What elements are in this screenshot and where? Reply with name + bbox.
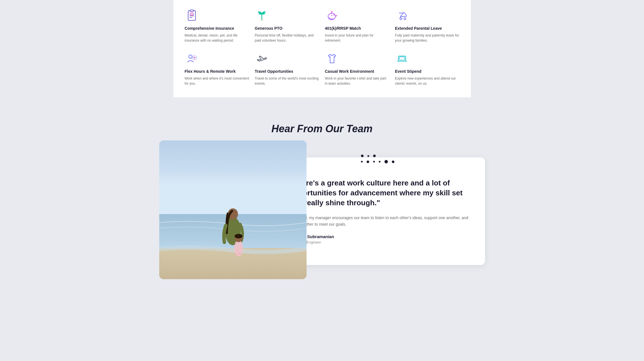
benefit-desc-event: Explore new experiences and attend our c… <box>395 76 460 86</box>
dot <box>384 160 388 163</box>
benefit-title-casual: Casual Work Environment <box>325 69 390 74</box>
benefit-icon-clipboard <box>185 8 199 23</box>
testimonial-role: Lead Test Engineer <box>290 240 469 244</box>
dots-pattern <box>361 155 394 163</box>
benefit-title-flex: Flex Hours & Remote Work <box>185 69 249 74</box>
benefit-title-insurance: Comprehensive Insurance <box>185 26 249 31</box>
testimonial-wrapper: "There's a great work culture here and a… <box>159 140 485 279</box>
benefit-desc-flex: Work when and where it's most convenient… <box>185 76 249 86</box>
svg-point-30 <box>235 234 243 238</box>
beach-scene <box>159 140 307 279</box>
benefit-generous-pto: Generous PTO Personal time off, flexible… <box>255 8 319 43</box>
svg-point-15 <box>404 18 406 20</box>
benefit-title-travel: Travel Opportunities <box>255 69 319 74</box>
benefit-icon-plane <box>255 52 269 66</box>
benefit-desc-casual: Work in your favorite t-shirt and take p… <box>325 76 390 86</box>
benefit-401k: 401(k)/RRSP Match Invest in your future … <box>325 8 390 43</box>
svg-rect-22 <box>399 57 405 60</box>
benefits-section: Comprehensive Insurance Medical, dental,… <box>173 0 471 97</box>
testimonial-name: Saranya Subramanian <box>290 234 469 239</box>
svg-point-14 <box>400 18 402 20</box>
benefit-desc-parental: Fully paid maternity and paternity leave… <box>395 33 460 43</box>
benefits-grid: Comprehensive Insurance Medical, dental,… <box>185 8 460 86</box>
benefit-comprehensive-insurance: Comprehensive Insurance Medical, dental,… <box>185 8 249 43</box>
dot <box>379 161 381 163</box>
testimonial-body: Every day, my manager encourages our tea… <box>290 215 469 227</box>
page-wrapper: Comprehensive Insurance Medical, dental,… <box>0 0 644 290</box>
svg-point-32 <box>239 253 240 254</box>
benefit-flex-hours: Flex Hours & Remote Work Work when and w… <box>185 52 249 86</box>
svg-point-33 <box>235 254 236 255</box>
section-gap <box>0 97 644 114</box>
dot <box>367 161 369 163</box>
dot <box>367 155 369 157</box>
svg-rect-23 <box>159 140 307 214</box>
team-section-heading: Hear From Our Team <box>0 114 644 140</box>
benefit-title-event: Event Stipend <box>395 69 460 74</box>
benefit-desc-401k: Invest in your future and plan for retir… <box>325 33 390 43</box>
benefit-icon-laptop <box>395 52 409 66</box>
team-section: Hear From Our Team <box>0 114 644 290</box>
dots-row-1 <box>361 155 394 157</box>
svg-point-16 <box>189 55 192 58</box>
benefit-desc-travel: Travel to some of the world's most excit… <box>255 76 319 86</box>
testimonial-quote: "There's a great work culture here and a… <box>290 178 469 208</box>
benefit-desc-insurance: Medical, dental, vision, pet, and life i… <box>185 33 249 43</box>
dot <box>361 155 364 157</box>
svg-rect-1 <box>190 10 194 12</box>
benefit-casual-work: Casual Work Environment Work in your fav… <box>325 52 390 86</box>
svg-point-8 <box>260 20 263 21</box>
benefit-icon-stroller <box>395 8 409 23</box>
dot <box>373 155 376 157</box>
dots-row-2 <box>361 160 394 163</box>
benefit-title-401k: 401(k)/RRSP Match <box>325 26 390 31</box>
benefit-title-parental: Extended Parental Leave <box>395 26 460 31</box>
dot <box>361 161 363 163</box>
benefit-icon-tshirt <box>325 52 339 66</box>
testimonial-image <box>159 140 307 279</box>
benefit-icon-person-remote <box>185 52 199 66</box>
benefit-parental-leave: Extended Parental Leave Fully paid mater… <box>395 8 460 43</box>
benefit-event-stipend: Event Stipend Explore new experiences an… <box>395 52 460 86</box>
benefit-travel: Travel Opportunities Travel to some of t… <box>255 52 319 86</box>
svg-point-10 <box>333 14 335 16</box>
dot <box>392 161 394 163</box>
benefit-desc-pto: Personal time off, flexible holidays, an… <box>255 33 319 43</box>
benefit-icon-palm <box>255 8 269 23</box>
svg-point-17 <box>194 57 195 59</box>
dot <box>373 161 375 163</box>
benefit-icon-piggy <box>325 8 339 23</box>
svg-point-31 <box>237 250 238 251</box>
testimonial-attribution: Saranya Subramanian Lead Test Engineer <box>290 234 469 244</box>
benefit-title-pto: Generous PTO <box>255 26 319 31</box>
